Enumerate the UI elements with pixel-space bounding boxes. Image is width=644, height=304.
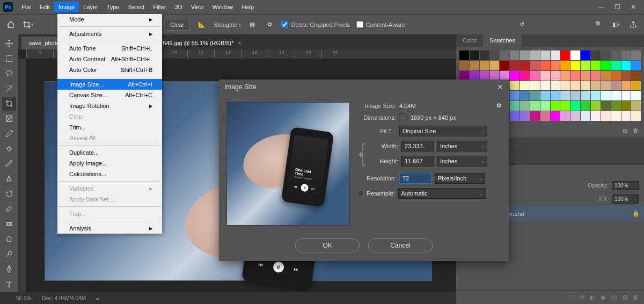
layer-mask-icon[interactable]: ◐ (590, 294, 595, 301)
swatch[interactable] (570, 91, 580, 100)
swatch[interactable] (631, 61, 641, 70)
swatch[interactable] (601, 71, 611, 81)
delete-swatch-icon[interactable]: 🗑 (633, 127, 639, 134)
width-unit-select[interactable]: Inches⌵ (437, 141, 487, 151)
height-unit-select[interactable]: Inches⌵ (437, 156, 487, 167)
height-input[interactable] (401, 156, 434, 167)
swatch[interactable] (570, 71, 580, 81)
swatch[interactable] (551, 91, 560, 100)
swatch[interactable] (581, 50, 590, 60)
swatch[interactable] (611, 50, 621, 60)
swatch[interactable] (560, 71, 570, 81)
type-tool[interactable] (2, 277, 16, 291)
menu-item-adjustments[interactable]: Adjustments▶ (57, 28, 162, 39)
swatch[interactable] (520, 101, 530, 111)
swatch[interactable] (520, 111, 530, 121)
swatch[interactable] (540, 61, 550, 70)
eraser-tool[interactable] (2, 202, 16, 216)
swatch[interactable] (551, 50, 560, 60)
swatch[interactable] (510, 101, 519, 111)
swatch[interactable] (591, 111, 601, 121)
swatch[interactable] (621, 61, 631, 70)
cancel-button[interactable]: Cancel (368, 238, 433, 252)
menu-item-auto-color[interactable]: Auto ColorShift+Ctrl+B (57, 64, 162, 75)
delete-cropped-checkbox[interactable]: Delete Cropped Pixels (281, 21, 349, 28)
ok-button[interactable]: OK (295, 238, 360, 252)
swatch[interactable] (621, 50, 631, 60)
swatch[interactable] (631, 50, 641, 60)
swatch[interactable] (530, 91, 540, 100)
swatch[interactable] (520, 81, 530, 91)
swatch[interactable] (560, 61, 570, 70)
swatch[interactable] (470, 50, 479, 60)
fit-to-select[interactable]: Original Size⌵ (399, 126, 487, 136)
blur-tool[interactable] (2, 232, 16, 246)
brush-tool[interactable] (2, 157, 16, 171)
menu-file[interactable]: File (17, 2, 35, 12)
opacity-input[interactable]: 100% (612, 181, 639, 190)
swatch[interactable] (570, 50, 580, 60)
swatch[interactable] (581, 101, 590, 111)
swatch[interactable] (490, 50, 500, 60)
swatch[interactable] (631, 111, 641, 121)
swatch[interactable] (500, 71, 509, 81)
menu-view[interactable]: View (187, 2, 208, 12)
swatch[interactable] (621, 111, 631, 121)
swatch[interactable] (530, 71, 540, 81)
swatch[interactable] (601, 50, 611, 60)
swatch[interactable] (480, 71, 489, 81)
swatch[interactable] (530, 111, 540, 121)
menu-item-apply-image[interactable]: Apply Image... (57, 158, 162, 169)
swatch[interactable] (621, 101, 631, 111)
menu-filter[interactable]: Filter (149, 2, 170, 12)
new-fill-layer-icon[interactable]: ◉ (601, 294, 606, 301)
zoom-level[interactable]: 55.1% (16, 295, 31, 301)
search-icon[interactable]: 🔍 (594, 19, 604, 30)
swatch[interactable] (611, 71, 621, 81)
swatch[interactable] (560, 50, 570, 60)
new-layer-icon[interactable]: ⊞ (623, 294, 627, 301)
swatch[interactable] (480, 50, 489, 60)
swatch[interactable] (520, 50, 530, 60)
menu-item-auto-tone[interactable]: Auto ToneShift+Ctrl+L (57, 43, 162, 54)
swatch[interactable] (581, 81, 590, 91)
swatch[interactable] (540, 81, 550, 91)
swatch[interactable] (631, 81, 641, 91)
menu-image[interactable]: Image (54, 2, 79, 12)
swatch[interactable] (601, 91, 611, 100)
grid-overlay-icon[interactable]: ▦ (247, 19, 258, 30)
layer-lock-icon[interactable]: 🔒 (632, 210, 640, 217)
link-layers-icon[interactable]: ⬚ (569, 294, 574, 301)
swatch[interactable] (540, 91, 550, 100)
fill-input[interactable]: 100% (612, 194, 639, 204)
swatch[interactable] (631, 91, 641, 100)
menu-item-mode[interactable]: Mode▶ (57, 14, 162, 25)
swatch[interactable] (560, 111, 570, 121)
swatch[interactable] (530, 50, 540, 60)
swatch[interactable] (551, 71, 560, 81)
link-dimensions-icon[interactable] (357, 141, 368, 169)
resample-select[interactable]: Automatic⌵ (398, 188, 486, 199)
menu-item-auto-contrast[interactable]: Auto ContrastAlt+Shift+Ctrl+L (57, 54, 162, 64)
swatch[interactable] (551, 61, 560, 70)
swatch[interactable] (591, 71, 601, 81)
swatch[interactable] (601, 111, 611, 121)
share-icon[interactable] (628, 19, 639, 30)
swatch[interactable] (581, 111, 590, 121)
resolution-input[interactable] (399, 173, 431, 184)
healing-brush-tool[interactable] (2, 142, 16, 156)
swatch[interactable] (621, 91, 631, 100)
swatch[interactable] (560, 81, 570, 91)
swatch[interactable] (560, 101, 570, 111)
swatch[interactable] (540, 71, 550, 81)
pen-tool[interactable] (2, 262, 16, 276)
menu-item-image-size[interactable]: Image Size...Alt+Ctrl+I (57, 79, 162, 90)
swatch[interactable] (591, 61, 601, 70)
marquee-tool[interactable] (2, 52, 16, 66)
swatch[interactable] (551, 81, 560, 91)
lasso-tool[interactable] (2, 67, 16, 81)
swatch[interactable] (520, 61, 530, 70)
clear-button[interactable]: Clear (164, 19, 190, 31)
swatch[interactable] (611, 81, 621, 91)
swatch[interactable] (510, 61, 519, 70)
